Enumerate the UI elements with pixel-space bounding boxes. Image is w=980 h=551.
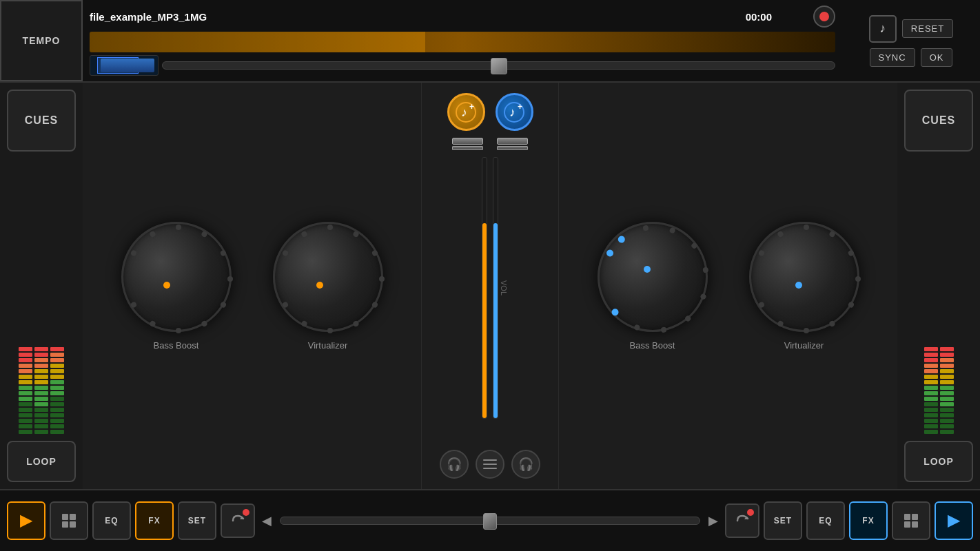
svg-point-5 — [227, 276, 233, 282]
right-cues-button[interactable]: CUES — [904, 90, 973, 152]
vu-bar — [19, 408, 32, 412]
waveform-main[interactable] — [90, 32, 835, 52]
vu-bar — [34, 397, 48, 401]
right-headphone-button[interactable]: 🎧 — [511, 450, 540, 479]
transport-track[interactable] — [280, 517, 700, 525]
menu-button[interactable] — [476, 450, 504, 479]
svg-point-47 — [855, 276, 861, 282]
right-set-button[interactable]: SET — [764, 501, 802, 540]
vu-bar — [34, 369, 48, 373]
sync-button[interactable]: SYNC — [870, 48, 915, 67]
vu-bar — [19, 375, 32, 379]
left-fader-cap — [452, 138, 483, 150]
vu-col-3 — [50, 158, 64, 434]
svg-point-38 — [684, 314, 691, 322]
transport-arrow-right[interactable]: ▶ — [706, 513, 721, 528]
vu-bar — [34, 419, 48, 423]
right-fader-track[interactable] — [493, 157, 498, 419]
svg-point-7 — [201, 320, 208, 327]
vu-bar — [50, 413, 64, 417]
vu-bar — [34, 386, 48, 390]
right-knob-dot-ring-svg-2 — [741, 214, 872, 344]
vu-bar — [19, 413, 32, 417]
svg-point-51 — [777, 320, 784, 327]
grid-icon-left — [61, 512, 77, 529]
svg-point-8 — [176, 328, 181, 333]
tempo-button[interactable]: TEMPO — [0, 0, 83, 81]
hamburger-icon — [483, 459, 497, 469]
waveform-zoom[interactable] — [90, 55, 159, 76]
main-area: CUES — [0, 83, 980, 489]
transport-thumb[interactable] — [483, 513, 497, 530]
left-deck: Bass Boost — [83, 83, 421, 489]
right-redo-button[interactable] — [725, 503, 759, 538]
left-cues-button[interactable]: CUES — [7, 90, 76, 152]
deck-buttons-row: ♪ + ♪ + — [447, 93, 533, 131]
right-grid-button[interactable] — [892, 501, 930, 540]
svg-point-13 — [327, 225, 333, 230]
left-loop-button[interactable]: LOOP — [7, 441, 76, 482]
vu-bar — [19, 402, 32, 406]
left-grid-button[interactable] — [50, 501, 88, 540]
right-fader-container — [493, 157, 498, 419]
vu-bar — [34, 358, 48, 362]
right-vu-col-1 — [924, 158, 938, 434]
svg-rect-61 — [904, 521, 910, 528]
left-fx-button[interactable]: FX — [135, 501, 174, 540]
right-eq-button[interactable]: EQ — [806, 501, 845, 540]
right-virtualizer-knob[interactable] — [749, 222, 859, 332]
record-button[interactable] — [813, 6, 835, 28]
redo-dot-right — [747, 509, 754, 516]
grid-icon-right — [903, 512, 919, 529]
vu-bar — [19, 358, 32, 362]
left-fader-track[interactable] — [482, 157, 487, 419]
left-redo-button[interactable] — [221, 503, 255, 538]
svg-point-15 — [371, 249, 378, 257]
music-icon-button[interactable]: ♪ — [869, 15, 897, 43]
vu-bar — [34, 391, 48, 395]
svg-point-48 — [847, 301, 855, 309]
vu-bar — [34, 402, 48, 406]
transport-arrow-left[interactable]: ◀ — [259, 513, 274, 528]
left-headphone-button[interactable]: 🎧 — [440, 450, 469, 479]
reset-button[interactable]: RESET — [902, 19, 953, 38]
left-play-button[interactable]: ▶ — [7, 501, 45, 540]
knob-dot-ring-svg — [113, 214, 244, 344]
svg-text:♪: ♪ — [461, 105, 467, 119]
pitch-thumb[interactable] — [491, 58, 507, 74]
right-bass-boost-knob[interactable] — [598, 222, 708, 332]
vu-bar — [50, 408, 64, 412]
vu-bar — [50, 375, 64, 379]
svg-point-9 — [149, 320, 156, 327]
pitch-track[interactable] — [162, 61, 835, 70]
vu-bar — [19, 353, 32, 357]
svg-point-0 — [130, 249, 137, 257]
vu-bar — [50, 353, 64, 357]
svg-rect-55 — [62, 521, 68, 528]
right-play-button[interactable]: ▶ — [935, 501, 973, 540]
vu-bar — [19, 424, 32, 428]
left-fader-container: VOL — [482, 157, 487, 419]
top-bar: TEMPO file_example_MP3_1MG 00:00 ♪ RESE — [0, 0, 980, 83]
left-set-button[interactable]: SET — [178, 501, 216, 540]
svg-point-6 — [219, 301, 227, 309]
svg-point-14 — [352, 230, 360, 238]
left-virtualizer-knob[interactable] — [273, 222, 383, 332]
vu-bar — [19, 397, 32, 401]
redo-icon-left — [230, 513, 245, 528]
deck-area: Bass Boost — [83, 83, 897, 489]
vol-label-left: VOL — [500, 280, 508, 295]
bottom-transport: ◀ ▶ — [259, 513, 721, 528]
right-deck-add-button[interactable]: ♪ + — [496, 93, 533, 131]
left-bass-boost-knob[interactable] — [121, 222, 232, 332]
left-deck-add-button[interactable]: ♪ + — [447, 93, 485, 131]
right-loop-button[interactable]: LOOP — [904, 441, 973, 482]
vu-bar — [34, 375, 48, 379]
svg-point-35 — [690, 242, 697, 249]
ok-button[interactable]: OK — [921, 48, 953, 67]
center-mixer: ♪ + ♪ + — [421, 83, 559, 489]
right-fx-button[interactable]: FX — [849, 501, 888, 540]
vu-bar — [50, 424, 64, 428]
left-eq-button[interactable]: EQ — [92, 501, 131, 540]
svg-point-12 — [300, 230, 308, 238]
